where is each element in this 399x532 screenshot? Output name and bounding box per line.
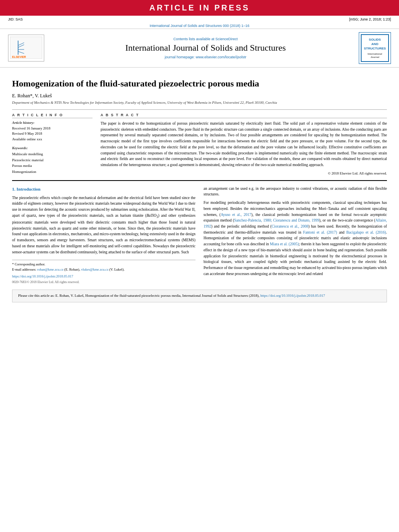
history-heading: Article history:	[12, 121, 93, 125]
divider-1	[12, 109, 387, 110]
jid-label: JID: SAS	[8, 17, 23, 21]
sciencedirect-link[interactable]: ScienceDirect	[216, 37, 238, 41]
article-info-label: A R T I C L E I N F O	[12, 113, 93, 118]
journal-link-bar: International Journal of Solids and Stru…	[0, 23, 399, 29]
ref-miara: Miara et al. (2005)	[270, 242, 299, 246]
body-col-1: 1. Introduction The piezoelectric effect…	[12, 186, 195, 285]
article-affiliation: Department of Mechanics & NTIS New Techn…	[12, 101, 387, 105]
journal-link[interactable]: International Journal of Solids and Stru…	[150, 24, 249, 28]
body-col1-p1: The piezoelectric effects which couple t…	[12, 195, 195, 255]
keyword-3: Porous media	[12, 163, 93, 168]
citation-prefix: Please cite this article as: E. Rohan, V…	[18, 294, 259, 298]
footnote-emails: E-mail addresses: rohan@kme.zcu.cz (E. R…	[12, 267, 195, 272]
svg-text:ELSEVIER: ELSEVIER	[12, 55, 26, 58]
abstract-col: A B S T R A C T The paper is devoted to …	[101, 113, 387, 175]
elsevier-logo: ELSEVIER	[8, 35, 44, 62]
homepage-link[interactable]: www.elsevier.com/locate/ijsolstr	[196, 55, 247, 59]
available-date: Available online xxx	[12, 137, 93, 142]
journal-title: International Journal of Solids and Stru…	[52, 43, 359, 53]
article-title: Homogenization of the fluid-saturated pi…	[12, 78, 387, 90]
issn-line: 0020-7683/© 2018 Elsevier Ltd. All right…	[12, 280, 195, 285]
keyword-1: Multiscale modelling	[12, 151, 93, 157]
elsevier-logo-svg: ELSEVIER	[10, 37, 42, 59]
and-connector: and	[339, 230, 345, 234]
body-col2-p2: For modelling periodically heterogeneous…	[204, 200, 387, 277]
revised-date: Revised 9 May 2018	[12, 131, 93, 137]
article-in-press-banner: ARTICLE IN PRESS	[0, 0, 399, 16]
ref-ayuso: Ayuso et al., 2017	[221, 213, 251, 217]
body-col-2: an arrangement can be used e.g. in the a…	[204, 186, 387, 285]
article-info-abstract: A R T I C L E I N F O Article history: R…	[12, 113, 387, 175]
email2-link[interactable]: vlukes@kme.zcu.cz	[81, 267, 108, 271]
ref-sanchez: Sanchez-Palencia, 1980; Cioranescu and D…	[234, 218, 319, 222]
received-date: Received 16 January 2018	[12, 126, 93, 131]
article-content: Homogenization of the fluid-saturated pi…	[0, 68, 399, 306]
citation-box: Please cite this article as: E. Rohan, V…	[12, 290, 387, 302]
journal-logo-right: SOLIDSANDSTRUCTURES International Journa…	[359, 32, 391, 64]
ref-label: [m5G; June 2, 2018; 1:23]	[349, 17, 391, 21]
journal-header: ELSEVIER Contents lists available at Sci…	[0, 29, 399, 68]
contents-line: Contents lists available at ScienceDirec…	[52, 37, 359, 41]
body-divider	[12, 180, 387, 181]
journal-homepage: journal homepage: www.elsevier.com/locat…	[52, 55, 359, 59]
ref-fantoni: Fantoni et al. (2017)	[303, 230, 337, 234]
abstract-label: A B S T R A C T	[101, 113, 387, 118]
footnote-area: * Corresponding author. E-mail addresses…	[12, 260, 195, 285]
article-authors: E. Rohan*, V. Lukeš	[12, 93, 387, 99]
keyword-2: Piezoelectric material	[12, 157, 93, 163]
journal-title-center: Contents lists available at ScienceDirec…	[52, 37, 359, 59]
email1-link[interactable]: rohan@kme.zcu.cz	[37, 267, 63, 271]
keywords-section: Keywords: Multiscale modelling Piezoelec…	[12, 146, 93, 175]
copyright-line: © 2018 Elsevier Ltd. All rights reserved…	[101, 171, 387, 175]
ref-cioranescu: Cioranescu et al., 2008	[271, 224, 308, 228]
citation-doi-link[interactable]: https://doi.org/10.1016/j.ijsolstr.2018.…	[260, 294, 325, 298]
body-two-col: 1. Introduction The piezoelectric effect…	[12, 186, 387, 285]
footnote-corresponding: * Corresponding author.	[12, 262, 195, 267]
top-bar: JID: SAS [m5G; June 2, 2018; 1:23]	[0, 16, 399, 23]
abstract-text: The paper is devoted to the homogenizati…	[101, 121, 387, 168]
keywords-heading: Keywords:	[12, 146, 93, 150]
doi-line[interactable]: https://doi.org/10.1016/j.ijsolstr.2018.…	[12, 274, 195, 279]
body-col2-p1: an arrangement can be used e.g. in the a…	[204, 186, 387, 197]
ref-bacigalupo: Bacigalupo et al. (2016)	[346, 230, 386, 234]
keyword-4: Homogenization	[12, 169, 93, 175]
article-info-col: A R T I C L E I N F O Article history: R…	[12, 113, 93, 175]
section1-heading: 1. Introduction	[12, 186, 195, 193]
